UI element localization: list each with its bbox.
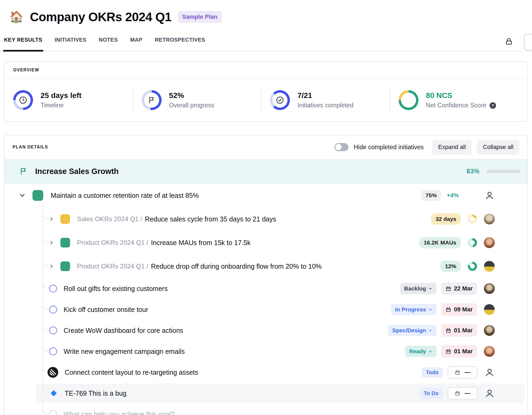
kr-status-square[interactable] xyxy=(32,190,43,201)
tab-map[interactable]: MAP xyxy=(130,37,143,51)
objective-percent: 83% xyxy=(467,168,480,175)
ncs-label: Net Confidence Score ? xyxy=(426,102,496,109)
kr-status-square[interactable] xyxy=(60,238,70,247)
key-result-child-row: Product OKRs 2024 Q1 / Reduce drop off d… xyxy=(5,254,527,278)
initiative-row: Write new engagement campaign emails Rea… xyxy=(5,341,527,362)
stat-timeline: 25 days left Timeline xyxy=(5,90,133,110)
assignee-person-icon[interactable] xyxy=(484,388,495,398)
avatar[interactable] xyxy=(484,214,495,224)
chevron-right-icon[interactable] xyxy=(49,263,54,269)
overview-stats: 25 days left Timeline 52% Overall progre… xyxy=(5,79,527,121)
initiative-checkbox[interactable] xyxy=(49,326,57,334)
home-icon: 🏠 xyxy=(9,11,23,23)
chevron-down-icon[interactable] xyxy=(19,192,26,199)
avatar[interactable] xyxy=(484,304,495,315)
kr-title[interactable]: Maintain a customer retention rate of at… xyxy=(51,192,199,199)
due-date-pill[interactable]: 01 Mar xyxy=(441,345,477,358)
initiatives-label: Initiatives completed xyxy=(297,102,353,109)
linked-issue-title[interactable]: Connect content layout to re-targeting a… xyxy=(65,369,198,376)
kr-plan-prefix: Product OKRs 2024 Q1 / xyxy=(77,239,148,246)
initiative-checkbox[interactable] xyxy=(49,285,57,293)
chevron-right-icon[interactable] xyxy=(49,240,54,246)
kr-status-square[interactable] xyxy=(60,261,70,271)
plan-details-card: PLAN DETAILS Hide completed initiatives … xyxy=(4,135,528,415)
ncs-ring xyxy=(399,90,418,110)
help-icon[interactable]: ? xyxy=(490,102,496,109)
calendar-icon xyxy=(446,286,451,292)
status-badge[interactable]: Todo xyxy=(422,367,443,378)
add-initiative-prompt[interactable]: What can help you achieve this goal? xyxy=(64,410,175,415)
due-date-button[interactable]: — xyxy=(448,387,478,399)
initiative-row: Roll out gifts for existing customers Ba… xyxy=(5,278,527,299)
status-dropdown[interactable]: Ready xyxy=(405,346,436,357)
plan-details-heading: PLAN DETAILS xyxy=(13,145,48,150)
collapse-all-button[interactable]: Collapse all xyxy=(477,140,519,154)
overview-heading: OVERVIEW xyxy=(13,68,39,72)
sample-plan-badge: Sample Plan xyxy=(178,11,222,23)
tab-initiatives[interactable]: INITIATIVES xyxy=(55,37,86,51)
status-dropdown[interactable]: Spec/Design xyxy=(388,325,436,336)
chevron-down-icon xyxy=(428,287,432,291)
avatar[interactable] xyxy=(484,261,495,272)
clock-icon xyxy=(19,96,28,105)
tree-connector xyxy=(42,275,50,289)
due-date-pill[interactable]: 22 Mar xyxy=(441,282,477,295)
avatar[interactable] xyxy=(484,283,495,294)
tree-connector xyxy=(42,296,50,310)
partial-button[interactable] xyxy=(524,34,532,50)
status-badge[interactable]: To Do xyxy=(420,388,443,399)
objective-flag-icon xyxy=(20,167,28,175)
kr-title[interactable]: Increase MAUs from 15k to 17.5k xyxy=(151,239,250,247)
initiative-title[interactable]: Roll out gifts for existing customers xyxy=(64,285,168,293)
header: 🏠 Company OKRs 2024 Q1 Sample Plan KEY R… xyxy=(4,0,528,52)
progress-value: 52% xyxy=(169,91,214,100)
linked-issue-row: Connect content layout to re-targeting a… xyxy=(5,362,527,383)
avatar[interactable] xyxy=(484,325,495,336)
assignee-person-icon[interactable] xyxy=(484,367,495,377)
ncs-value: 80 NCS xyxy=(426,91,496,100)
status-dropdown[interactable]: Backlog xyxy=(400,283,437,294)
progress-ring xyxy=(142,90,162,110)
timeline-ring xyxy=(13,90,33,110)
initiative-row: Kick off customer onsite tour In Progres… xyxy=(5,299,527,320)
kr-progress-pill: 75% xyxy=(421,190,441,201)
tab-notes[interactable]: NOTES xyxy=(99,37,118,51)
tree-connector xyxy=(42,317,50,330)
expand-all-button[interactable]: Expand all xyxy=(432,140,472,154)
initiative-title[interactable]: Create WoW dashboard for core actions xyxy=(64,327,183,334)
overview-card: OVERVIEW 25 days left Timeline xyxy=(4,61,528,122)
progress-donut xyxy=(468,214,477,224)
calendar-icon xyxy=(455,370,460,375)
tab-key-results[interactable]: KEY RESULTS xyxy=(4,37,42,51)
initiative-title[interactable]: Kick off customer onsite tour xyxy=(64,306,148,314)
stat-net-confidence-score: 80 NCS Net Confidence Score ? xyxy=(390,90,527,110)
due-date-button[interactable]: — xyxy=(448,366,478,378)
due-date-pill[interactable]: 09 Mar xyxy=(441,303,477,316)
calendar-icon xyxy=(446,328,451,333)
objective-row: Increase Sales Growth 83% xyxy=(5,159,527,184)
chevron-down-icon xyxy=(428,308,432,312)
tab-retrospectives[interactable]: RETROSPECTIVES xyxy=(155,37,205,51)
kr-title[interactable]: Reduce sales cycle from 35 days to 21 da… xyxy=(145,215,276,223)
timeline-value: 25 days left xyxy=(41,91,82,100)
chevron-right-icon[interactable] xyxy=(49,216,54,222)
due-date-pill[interactable]: 01 Mar xyxy=(441,324,477,337)
kr-progress-change: +4% xyxy=(447,192,459,199)
kr-status-square[interactable] xyxy=(60,214,70,224)
assignee-person-icon[interactable] xyxy=(484,190,495,201)
hide-completed-toggle[interactable] xyxy=(334,143,348,151)
initiative-title[interactable]: Write new engagement campaign emails xyxy=(64,348,185,355)
kr-title[interactable]: Reduce drop off during onboarding flow f… xyxy=(151,263,322,270)
avatar[interactable] xyxy=(484,346,495,357)
kr-value-pill: 12% xyxy=(440,261,461,272)
initiative-checkbox[interactable] xyxy=(49,347,57,355)
avatar[interactable] xyxy=(484,237,495,248)
status-dropdown[interactable]: In Progress xyxy=(391,304,437,315)
objective-title[interactable]: Increase Sales Growth xyxy=(35,167,119,176)
chevron-down-icon xyxy=(428,350,432,354)
initiative-checkbox[interactable] xyxy=(49,305,57,314)
lock-icon[interactable] xyxy=(505,37,513,47)
tree-connector xyxy=(42,380,50,393)
stat-initiatives-completed: 7/21 Initiatives completed xyxy=(261,90,389,110)
linked-issue-title[interactable]: TE-769 This is a bug xyxy=(65,389,126,397)
